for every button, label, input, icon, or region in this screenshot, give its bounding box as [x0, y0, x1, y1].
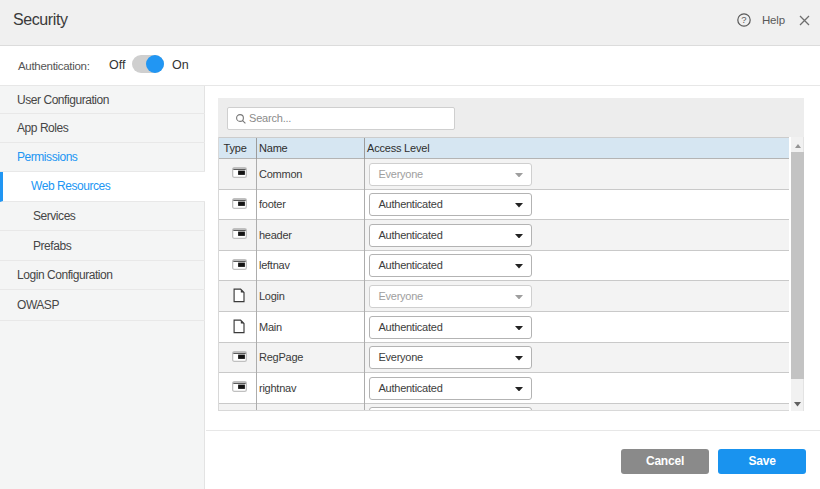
svg-text:?: ? — [741, 14, 746, 25]
